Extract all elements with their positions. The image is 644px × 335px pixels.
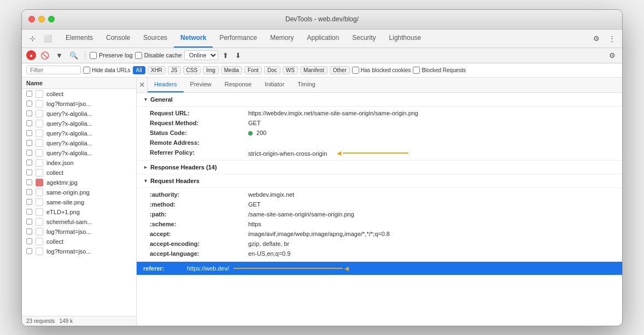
list-item[interactable]: collect xyxy=(22,168,136,178)
tab-network[interactable]: Network xyxy=(174,29,213,48)
tab-security[interactable]: Security xyxy=(346,29,382,48)
maximize-button[interactable] xyxy=(48,16,55,22)
search-button[interactable]: 🔍 xyxy=(67,50,80,61)
preview-tab[interactable]: Preview xyxy=(184,78,218,93)
filter-css[interactable]: CSS xyxy=(183,66,201,74)
download-icon[interactable]: ⬇ xyxy=(233,50,243,61)
file-type-icon xyxy=(36,189,43,196)
file-checkbox[interactable] xyxy=(26,140,32,146)
tab-application[interactable]: Application xyxy=(300,29,346,48)
filter-img[interactable]: Img xyxy=(203,66,219,74)
list-item[interactable]: log?format=jso... xyxy=(22,227,136,237)
list-item[interactable]: collect xyxy=(22,237,136,246)
filter-media[interactable]: Media xyxy=(221,66,242,74)
filter-other[interactable]: Other xyxy=(330,66,350,74)
arrow-line xyxy=(343,152,408,154)
file-checkbox[interactable] xyxy=(26,169,32,175)
list-item[interactable]: query?x-algolia... xyxy=(22,128,136,138)
general-section-header[interactable]: ▼ General xyxy=(137,93,622,107)
disable-cache-checkbox[interactable] xyxy=(135,52,142,59)
referer-key: referer: xyxy=(143,265,187,272)
file-name: same-origin.png xyxy=(46,189,90,196)
panel-icon[interactable]: ⬜ xyxy=(42,32,54,44)
file-checkbox[interactable] xyxy=(26,238,32,244)
timing-tab[interactable]: Timing xyxy=(291,78,322,93)
list-item[interactable]: query?x-algolia... xyxy=(22,109,136,119)
file-checkbox[interactable] xyxy=(26,130,32,136)
more-icon[interactable]: ⋮ xyxy=(606,32,618,44)
filter-button[interactable]: ▼ xyxy=(54,50,65,61)
tab-lighthouse[interactable]: Lighthouse xyxy=(383,29,428,48)
filter-manifest[interactable]: Manifest xyxy=(300,66,327,74)
list-item[interactable]: query?x-algolia... xyxy=(22,119,136,128)
filter-all[interactable]: All xyxy=(133,66,145,74)
request-count: 23 requests xyxy=(26,318,55,324)
file-checkbox[interactable] xyxy=(26,110,32,116)
accept-row: accept: image/avif,image/webp,image/apng… xyxy=(150,230,622,239)
filter-font[interactable]: Font xyxy=(244,66,262,74)
has-blocked-cookies-toggle[interactable]: Has blocked cookies xyxy=(352,67,411,74)
authority-key: :authority: xyxy=(150,191,248,198)
hide-data-urls-toggle[interactable]: Hide data URLs xyxy=(83,67,131,74)
tab-sources[interactable]: Sources xyxy=(137,29,174,48)
file-checkbox[interactable] xyxy=(26,160,32,166)
clear-button[interactable]: 🚫 xyxy=(38,50,51,61)
list-item[interactable]: collect xyxy=(22,89,136,99)
scheme-value: https xyxy=(248,221,616,227)
file-checkbox[interactable] xyxy=(26,189,32,195)
file-checkbox[interactable] xyxy=(26,179,32,185)
throttling-select[interactable]: Online xyxy=(184,50,218,60)
filter-js[interactable]: JS xyxy=(168,66,181,74)
preserve-log-checkbox[interactable] xyxy=(90,52,97,59)
request-headers-section-header[interactable]: ▼ Request Headers xyxy=(137,174,622,188)
filter-ws[interactable]: WS xyxy=(283,66,298,74)
list-item[interactable]: log?format=jso... xyxy=(22,99,136,109)
file-type-icon xyxy=(36,228,43,236)
file-checkbox[interactable] xyxy=(26,150,32,156)
list-item[interactable]: index.json xyxy=(22,158,136,168)
tab-memory[interactable]: Memory xyxy=(264,29,300,48)
list-item[interactable]: query?x-algolia... xyxy=(22,148,136,158)
list-item[interactable]: eTLD+1.png xyxy=(22,207,136,217)
file-checkbox[interactable] xyxy=(26,199,32,205)
record-button[interactable]: ● xyxy=(26,50,36,60)
preserve-log-toggle[interactable]: Preserve log xyxy=(90,52,133,59)
file-list-header: Name xyxy=(22,78,136,89)
tab-performance[interactable]: Performance xyxy=(213,29,264,48)
initiator-tab[interactable]: Initiator xyxy=(258,78,291,93)
tab-console[interactable]: Console xyxy=(99,29,137,48)
list-item[interactable]: same-site.png xyxy=(22,197,136,207)
file-checkbox[interactable] xyxy=(26,219,32,225)
filter-xhr[interactable]: XHR xyxy=(148,66,166,74)
transfer-size: 149 k xyxy=(60,318,73,324)
close-panel-button[interactable]: ✕ xyxy=(137,78,148,93)
settings-icon-toolbar[interactable]: ⚙ xyxy=(607,50,618,61)
tab-elements[interactable]: Elements xyxy=(59,29,99,48)
settings-icon[interactable]: ⚙ xyxy=(590,32,602,44)
list-item[interactable]: schemeful-sam... xyxy=(22,217,136,227)
file-checkbox[interactable] xyxy=(26,228,32,234)
disable-cache-toggle[interactable]: Disable cache xyxy=(135,52,182,59)
file-name: query?x-algolia... xyxy=(46,110,92,117)
response-tab[interactable]: Response xyxy=(218,78,259,93)
close-button[interactable] xyxy=(28,16,35,22)
accept-value: image/avif,image/webp,image/apng,image/*… xyxy=(248,231,616,237)
blocked-requests-toggle[interactable]: Blocked Requests xyxy=(413,67,466,74)
file-checkbox[interactable] xyxy=(26,248,32,254)
file-checkbox[interactable] xyxy=(26,209,32,215)
upload-icon[interactable]: ⬆ xyxy=(220,50,231,61)
file-checkbox[interactable] xyxy=(26,101,32,107)
cursor-icon[interactable]: ⊹ xyxy=(26,32,38,44)
response-headers-section-header[interactable]: ► Response Headers (14) xyxy=(137,161,622,174)
filter-doc[interactable]: Doc xyxy=(264,66,280,74)
filter-input[interactable] xyxy=(26,66,81,74)
headers-tab[interactable]: Headers xyxy=(148,78,184,93)
file-checkbox[interactable] xyxy=(26,91,32,97)
list-item[interactable]: agektmr.jpg xyxy=(22,178,136,187)
list-item[interactable]: log?format=jso... xyxy=(22,246,136,256)
list-item[interactable]: query?x-algolia... xyxy=(22,138,136,148)
list-item[interactable]: same-origin.png xyxy=(22,187,136,197)
file-checkbox[interactable] xyxy=(26,120,32,126)
accept-key: accept: xyxy=(150,231,248,237)
minimize-button[interactable] xyxy=(38,16,45,22)
